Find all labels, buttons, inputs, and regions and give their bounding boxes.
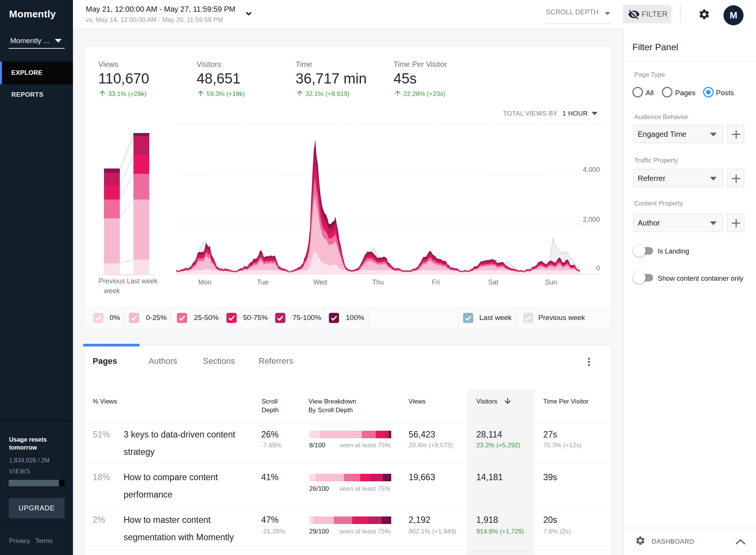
- svg-text:Thu: Thu: [372, 278, 384, 286]
- svg-text:Wed: Wed: [313, 278, 327, 286]
- svg-text:2,000: 2,000: [583, 216, 600, 223]
- svg-text:0: 0: [596, 264, 600, 272]
- svg-text:week: week: [104, 287, 120, 295]
- svg-text:Tue: Tue: [257, 278, 268, 286]
- svg-text:Previous: Previous: [99, 277, 125, 285]
- svg-text:Mon: Mon: [198, 278, 211, 286]
- svg-text:Sun: Sun: [545, 278, 557, 286]
- svg-text:Last week: Last week: [127, 277, 158, 285]
- svg-text:Sat: Sat: [488, 278, 498, 286]
- svg-text:Fri: Fri: [432, 278, 440, 286]
- svg-text:4,000: 4,000: [583, 166, 600, 173]
